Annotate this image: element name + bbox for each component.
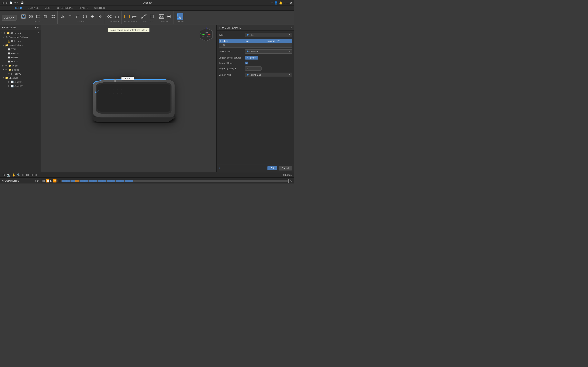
timeline-track[interactable] <box>61 180 289 182</box>
tab-utilities[interactable]: UTILITIES <box>91 6 108 10</box>
tab-plastic[interactable]: PLASTIC <box>76 6 91 10</box>
tree-toggle[interactable]: ▶ <box>2 65 5 67</box>
move-icon[interactable] <box>89 13 95 20</box>
timeline-play-icon[interactable]: ▶ <box>50 179 52 183</box>
timeline-thumb[interactable] <box>288 179 289 183</box>
measure-icon[interactable] <box>141 13 148 20</box>
visibility-icon[interactable]: 👁 <box>7 73 10 75</box>
effects-icon[interactable]: ⊞ <box>35 173 37 176</box>
minimize-btn[interactable]: — <box>286 1 289 4</box>
tree-item-origin[interactable]: ▶ 👁 📁 Origin <box>0 64 41 68</box>
tree-toggle[interactable]: ▼ <box>2 36 5 38</box>
create-sketch-icon[interactable] <box>20 13 27 20</box>
midplane-icon[interactable] <box>124 13 130 20</box>
browser-expand-icon[interactable]: ▷ <box>37 26 39 29</box>
panel-expand-icon[interactable]: ▷ <box>291 26 292 29</box>
chamfer-icon[interactable] <box>74 13 81 20</box>
tree-item-sketch2[interactable]: 👁 📄 Sketch2 <box>0 84 41 88</box>
tree-item-sketches[interactable]: ▼ 📁 Sketches <box>0 76 41 80</box>
insert-chevron[interactable]: ▾ <box>168 20 169 22</box>
close-btn[interactable]: ✕ <box>290 1 292 4</box>
visibility-icon[interactable]: 👁 <box>7 85 10 87</box>
zoom-icon[interactable]: 🔍 <box>17 173 20 176</box>
select-button[interactable]: ↖ Select <box>245 56 258 59</box>
app-menu-icon[interactable]: ⊞ <box>2 1 4 4</box>
insert-extra-icon[interactable] <box>166 13 172 20</box>
timeline-prev-icon[interactable]: ⏪ <box>46 179 49 183</box>
visibility-icon[interactable]: 👁 <box>5 69 8 71</box>
info-icon[interactable]: ℹ <box>219 167 220 170</box>
browser-back-icon[interactable]: ◀ <box>2 26 3 29</box>
grid-icon[interactable]: ⊡ <box>30 173 33 176</box>
timeline-next-icon[interactable]: ⏩ <box>53 179 57 183</box>
tree-item-units[interactable]: 📐 Units: mm <box>0 39 41 43</box>
comments-pin-icon[interactable]: ● <box>35 180 36 182</box>
corner-type-select[interactable]: ⬟ Rolling Ball ▾ <box>245 73 292 77</box>
save-btn[interactable]: 💾 <box>21 1 24 4</box>
create-chevron[interactable]: ▾ <box>42 20 43 22</box>
tangent-chain-checkbox[interactable]: ✓ <box>245 62 248 64</box>
tree-toggle[interactable]: ▼ <box>2 77 5 79</box>
tree-item-top[interactable]: 🔲 TOP <box>0 47 41 51</box>
cylinder-icon[interactable] <box>35 13 42 20</box>
display-mode-icon[interactable]: ◧ <box>26 173 29 176</box>
zoom-fit-icon[interactable]: ⊞ <box>22 173 25 176</box>
visibility-icon[interactable]: 👁 <box>7 81 10 83</box>
inspect-extra-icon[interactable] <box>148 13 155 20</box>
tree-item-unsaved[interactable]: ▼ 👁 📁 (Unsaved) ⏱ <box>0 31 41 35</box>
tab-solid[interactable]: SOLID <box>12 6 25 10</box>
shell-icon[interactable] <box>82 13 88 20</box>
assembly-icon[interactable] <box>114 13 120 20</box>
tab-mesh[interactable]: MESH <box>42 6 54 10</box>
inspect-chevron[interactable]: ▾ <box>152 20 153 22</box>
offset-plane-icon[interactable] <box>131 13 138 20</box>
orbit-icon[interactable]: ⊕ <box>2 173 5 177</box>
pause-icon[interactable]: ⏸ <box>218 26 221 29</box>
extrude-icon[interactable] <box>42 13 49 20</box>
tree-item-right[interactable]: 🔲 RIGHT <box>0 55 41 59</box>
pattern-icon[interactable] <box>50 13 56 20</box>
tree-item-doc-settings[interactable]: ▼ ⚙ Document Settings <box>0 35 41 39</box>
insert-img-icon[interactable] <box>158 13 165 20</box>
radius-type-select[interactable]: ⬟ Constant ▾ <box>245 49 292 54</box>
design-button[interactable]: DESIGN ▾ <box>2 15 17 21</box>
timeline-settings-icon[interactable]: ⚙ <box>290 179 293 183</box>
hand-icon[interactable]: ✋ <box>12 173 15 176</box>
tree-toggle[interactable]: ▼ <box>2 44 5 46</box>
tree-item-bodies[interactable]: ▼ 👁 📁 Bodies <box>0 68 41 72</box>
info-icon[interactable]: ℹ <box>284 1 285 4</box>
tree-toggle[interactable]: ▼ <box>2 69 5 71</box>
tab-sheet-metal[interactable]: SHEET METAL <box>54 6 76 10</box>
select-icon[interactable] <box>177 13 183 20</box>
tangency-weight-input[interactable] <box>245 67 261 71</box>
tree-item-body1[interactable]: 👁 ◻ Body1 <box>0 72 41 76</box>
tree-item-named-views[interactable]: ▼ 📁 Named Views <box>0 43 41 47</box>
ok-button[interactable]: OK <box>268 166 277 170</box>
comments-expand-icon[interactable]: ◀ <box>2 179 3 182</box>
tree-item-front[interactable]: 🔲 FRONT <box>0 51 41 55</box>
undo-btn[interactable]: ↩ <box>14 1 16 4</box>
type-select[interactable]: ⬟ Fillet ▾ <box>245 33 292 37</box>
redo-btn[interactable]: ↪ <box>17 1 19 4</box>
assemble-chevron[interactable]: ▾ <box>118 20 119 22</box>
modify-chevron[interactable]: ▾ <box>85 20 86 22</box>
3d-viewport[interactable]: ↙ <box>57 35 212 164</box>
fillet-icon[interactable] <box>67 13 73 20</box>
file-menu[interactable]: 📄 <box>9 1 12 4</box>
tree-item-sketch1[interactable]: 👁 📄 Sketch1 <box>0 80 41 84</box>
press-pull-icon[interactable] <box>60 13 66 20</box>
select-chevron[interactable]: ▾ <box>183 20 184 22</box>
cancel-button[interactable]: Cancel <box>279 166 292 170</box>
edges-table-add-row[interactable]: + ✕ <box>219 43 292 48</box>
tree-item-home[interactable]: 🔲 HOME <box>0 59 41 64</box>
timeline-start-icon[interactable]: ⏮ <box>42 179 45 183</box>
help-icon[interactable]: ? <box>271 1 273 4</box>
tab-surface[interactable]: SURFACE <box>25 6 42 10</box>
visibility-icon[interactable]: 👁 <box>3 32 6 34</box>
user-icon[interactable]: 👤 <box>274 1 278 4</box>
visibility-icon[interactable]: 👁 <box>5 65 8 67</box>
timeline-end-icon[interactable]: ⏭ <box>57 179 60 183</box>
align-icon[interactable] <box>96 13 103 20</box>
camera-icon[interactable]: 📷 <box>7 173 10 176</box>
box-icon[interactable] <box>27 13 34 20</box>
